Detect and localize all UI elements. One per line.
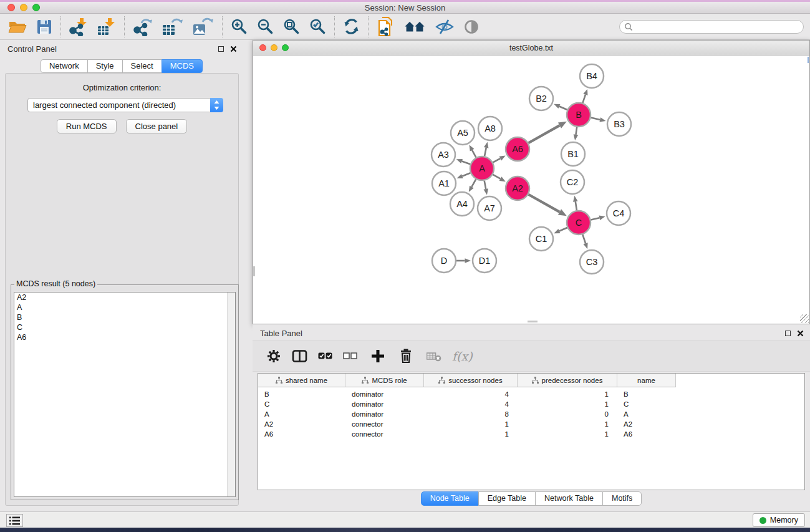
tab-node-table[interactable]: Node Table: [421, 491, 479, 506]
network-graph[interactable]: B4B2BB3B1A5A8A6A3AA1A4A7A2C2C4CC1C3DD1: [253, 56, 809, 324]
column-header-name[interactable]: name: [617, 374, 676, 387]
run-mcds-button[interactable]: Run MCDS: [57, 119, 117, 133]
result-item[interactable]: C: [14, 322, 235, 332]
table-row[interactable]: Adominator80A: [258, 409, 804, 419]
graph-node-C[interactable]: C: [567, 211, 591, 235]
import-table-icon[interactable]: [97, 17, 116, 36]
zoom-fit-icon[interactable]: [283, 18, 300, 35]
graph-node-C2[interactable]: C2: [561, 170, 584, 194]
save-session-icon[interactable]: [36, 19, 52, 35]
export-network-icon[interactable]: [133, 17, 153, 36]
open-session-icon[interactable]: [8, 19, 27, 35]
graph-node-A[interactable]: A: [470, 157, 494, 180]
result-scrollbar[interactable]: [227, 293, 235, 496]
svg-text:A5: A5: [457, 128, 468, 138]
deselect-all-checkboxes-icon[interactable]: [343, 351, 357, 362]
search-field[interactable]: [619, 20, 804, 34]
table-row[interactable]: A6connector11A6: [258, 429, 804, 439]
session-title: Session: New Session: [0, 3, 810, 12]
table-row[interactable]: Bdominator41B: [258, 389, 804, 399]
graph-node-A4[interactable]: A4: [450, 192, 474, 216]
graph-node-C1[interactable]: C1: [529, 227, 553, 251]
cell: connector: [345, 420, 424, 428]
graph-node-B1[interactable]: B1: [561, 142, 585, 166]
destroy-table-icon[interactable]: [427, 349, 441, 364]
table-options-gear-icon[interactable]: [266, 349, 281, 364]
graph-node-A3[interactable]: A3: [432, 143, 455, 167]
graph-node-B[interactable]: B: [567, 103, 591, 127]
export-image-icon[interactable]: [193, 17, 214, 36]
import-network-icon[interactable]: [69, 17, 88, 36]
cybrowser-home-icon[interactable]: [403, 19, 426, 34]
column-header-mcds-role[interactable]: MCDS role: [345, 374, 424, 387]
memory-button[interactable]: Memory: [753, 513, 805, 527]
graph-node-C4[interactable]: C4: [607, 201, 630, 225]
task-history-button[interactable]: [6, 514, 23, 527]
column-header-predecessor-nodes[interactable]: predecessor nodes: [518, 374, 617, 387]
cell: 1: [518, 430, 617, 438]
close-table-panel-icon[interactable]: [797, 330, 804, 337]
select-all-checkboxes-icon[interactable]: [318, 351, 332, 362]
result-item[interactable]: B: [14, 312, 235, 322]
column-header-successor-nodes[interactable]: successor nodes: [424, 374, 518, 387]
delete-column-icon[interactable]: [398, 349, 413, 364]
horizontal-scroll-hint[interactable]: [528, 321, 538, 322]
cell: A6: [258, 430, 345, 438]
result-item[interactable]: A2: [14, 293, 235, 302]
network-window-title: testGlobe.txt: [253, 44, 809, 52]
resize-grip-icon[interactable]: [800, 314, 809, 323]
table-panel-header: Table Panel: [253, 324, 810, 342]
apply-layout-icon[interactable]: [343, 18, 360, 35]
graph-node-A7[interactable]: A7: [478, 196, 501, 220]
function-builder-icon[interactable]: f(x): [452, 349, 473, 363]
tab-select[interactable]: Select: [122, 59, 162, 73]
tab-mcds[interactable]: MCDS: [162, 59, 203, 73]
graph-node-B3[interactable]: B3: [607, 112, 631, 136]
svg-text:C3: C3: [586, 257, 598, 267]
tab-network-table[interactable]: Network Table: [535, 491, 603, 506]
graph-node-A5[interactable]: A5: [451, 121, 475, 145]
close-panel-button[interactable]: Close panel: [126, 119, 188, 133]
close-panel-icon[interactable]: [230, 46, 237, 52]
tab-style[interactable]: Style: [87, 59, 123, 73]
show-column-icon[interactable]: [292, 349, 307, 364]
export-table-icon[interactable]: [162, 17, 183, 36]
show-graphics-details-icon[interactable]: [463, 19, 480, 35]
add-column-icon[interactable]: [370, 349, 385, 364]
svg-text:C: C: [576, 218, 582, 228]
graph-node-A6[interactable]: A6: [506, 137, 529, 161]
float-table-panel-icon[interactable]: [785, 331, 791, 336]
graph-node-D[interactable]: D: [432, 249, 456, 273]
zoom-out-icon[interactable]: [257, 18, 274, 35]
cell: 1: [518, 390, 617, 398]
tab-network[interactable]: Network: [41, 59, 88, 73]
table-row[interactable]: Cdominator41C: [258, 399, 804, 409]
network-from-file-icon[interactable]: [377, 17, 394, 37]
graph-node-B4[interactable]: B4: [580, 64, 604, 88]
zoom-in-icon[interactable]: [231, 18, 248, 35]
criterion-dropdown[interactable]: largest connected component (directed): [27, 98, 223, 112]
float-panel-icon[interactable]: [218, 46, 224, 52]
network-canvas[interactable]: B4B2BB3B1A5A8A6A3AA1A4A7A2C2C4CC1C3DD1: [253, 56, 809, 324]
hide-graphics-details-icon[interactable]: [435, 19, 454, 35]
network-window-titlebar[interactable]: testGlobe.txt: [253, 41, 809, 56]
node-table: shared nameMCDS rolesuccessor nodesprede…: [258, 373, 805, 490]
result-item[interactable]: A6: [14, 332, 235, 342]
graph-node-A1[interactable]: A1: [432, 172, 456, 195]
tab-edge-table[interactable]: Edge Table: [478, 491, 536, 506]
column-header-shared-name[interactable]: shared name: [258, 374, 345, 387]
zoom-selected-icon[interactable]: [309, 18, 326, 35]
vertical-scroll-hint[interactable]: [253, 266, 255, 276]
graph-node-C3[interactable]: C3: [580, 250, 604, 274]
graph-node-A8[interactable]: A8: [478, 117, 502, 140]
table-row[interactable]: A2connector11A2: [258, 419, 804, 429]
session-titlebar[interactable]: Session: New Session: [0, 2, 810, 14]
result-item[interactable]: A: [14, 302, 235, 312]
mcds-result-list[interactable]: A2ABCA6: [14, 292, 236, 497]
graph-node-A2[interactable]: A2: [506, 177, 529, 200]
search-input[interactable]: [633, 21, 803, 32]
table-panel: Table Panel f(x) shared nameMCDS rolesuc…: [253, 324, 810, 511]
graph-node-D1[interactable]: D1: [473, 249, 496, 273]
tab-motifs[interactable]: Motifs: [602, 491, 642, 506]
graph-node-B2[interactable]: B2: [529, 87, 553, 110]
